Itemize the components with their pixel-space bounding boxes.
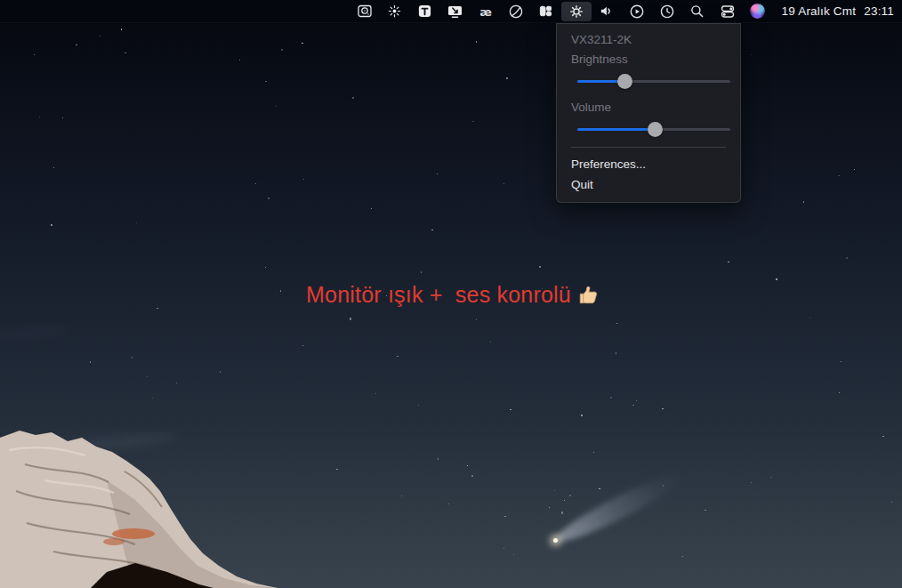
play-circle-icon[interactable] (622, 2, 652, 21)
slider-thumb[interactable] (617, 74, 632, 89)
time-machine-icon[interactable] (652, 2, 682, 21)
siri-icon[interactable] (743, 2, 773, 21)
menu-separator (571, 147, 726, 148)
spotlight-search-icon[interactable] (682, 2, 713, 21)
brightness-sun-icon[interactable] (561, 2, 592, 21)
rock-cliff (0, 427, 278, 588)
slider-track (577, 80, 730, 84)
thumbs-up-emoji (577, 284, 600, 307)
ae-ligature-icon[interactable]: æ (471, 2, 501, 21)
display-arrow-icon[interactable] (440, 2, 471, 21)
monitorcontrol-menu: VX3211-2K Brightness Volume Preferences.… (556, 23, 741, 203)
control-center-icon[interactable] (713, 2, 743, 21)
split-window-icon[interactable] (531, 2, 561, 21)
volume-label: Volume (557, 98, 740, 117)
preferences-menu-item[interactable]: Preferences... (557, 154, 740, 174)
monitor-name: VX3211-2K (557, 30, 740, 50)
sun-sparkle-icon[interactable] (380, 2, 410, 21)
external-drive-icon[interactable] (350, 2, 380, 21)
caption-text: Monitör ışık + ses konrolü (306, 282, 571, 308)
clock-time: 23:11 (864, 4, 894, 18)
letter-t-icon[interactable] (410, 2, 440, 21)
menu-bar: æ 19 Aralık Cmt 23:11 (0, 0, 902, 23)
desktop: Monitör ışık + ses konrolü æ 19 Aralık C… (0, 0, 902, 588)
quit-menu-item[interactable]: Quit (557, 174, 740, 195)
volume-icon[interactable] (592, 2, 622, 21)
volume-slider[interactable] (577, 117, 730, 141)
comet-icon (553, 538, 558, 543)
clock-date: 19 Aralık Cmt (782, 4, 857, 18)
brightness-slider[interactable] (577, 69, 730, 93)
brightness-label: Brightness (557, 50, 740, 69)
desktop-caption: Monitör ışık + ses konrolü (306, 282, 600, 308)
slider-fill (577, 128, 656, 132)
menu-bar-clock[interactable]: 19 Aralık Cmt 23:11 (782, 4, 894, 18)
slider-thumb[interactable] (648, 122, 663, 137)
circle-slash-icon[interactable] (501, 2, 531, 21)
svg-text:æ: æ (479, 4, 492, 18)
